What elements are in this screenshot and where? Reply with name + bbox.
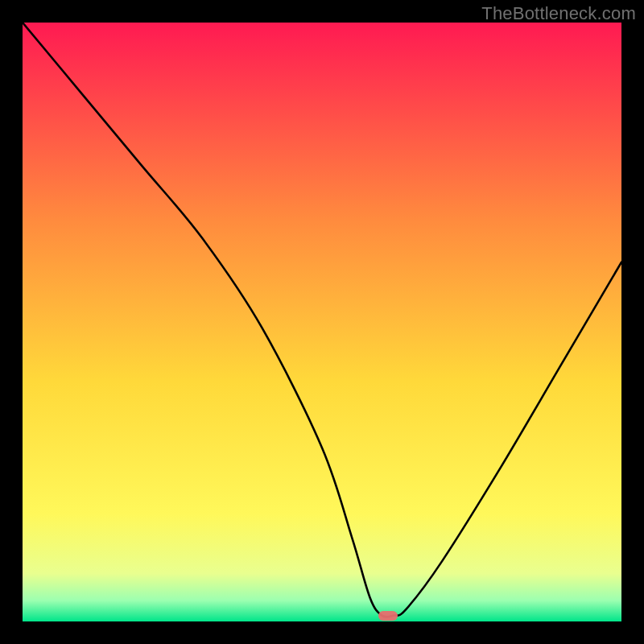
plot-area (23, 23, 621, 621)
chart-frame: TheBottleneck.com (0, 0, 644, 644)
plot-background (23, 23, 621, 621)
plot-svg (23, 23, 621, 621)
optimal-marker (378, 611, 398, 621)
watermark-text: TheBottleneck.com (481, 3, 636, 24)
